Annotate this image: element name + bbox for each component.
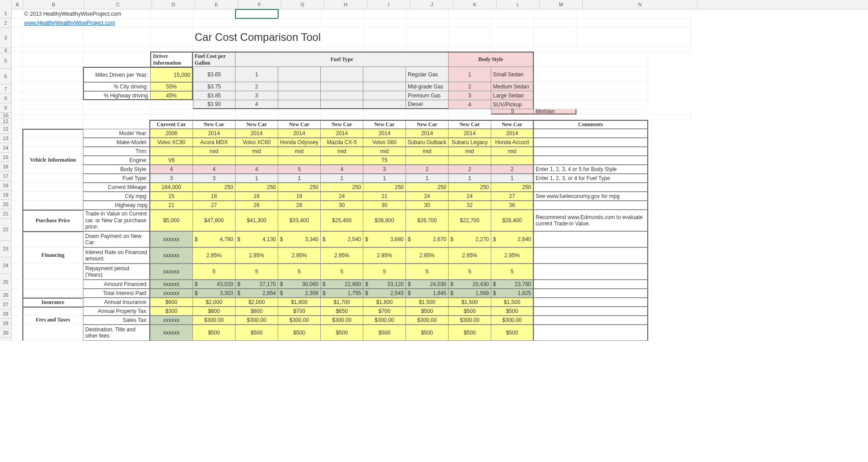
- car-5-en[interactable]: T5: [363, 156, 406, 165]
- row-header-10[interactable]: 10: [0, 113, 11, 119]
- car-4-dp[interactable]: $2,540: [321, 231, 363, 247]
- car-6-bs[interactable]: 2: [406, 165, 449, 174]
- col-header-I[interactable]: I: [367, 0, 410, 9]
- car-1-ti[interactable]: $3,303: [193, 289, 236, 298]
- car-3-ft[interactable]: 1: [278, 174, 321, 183]
- cell[interactable]: [22, 120, 83, 129]
- cell[interactable]: [363, 47, 406, 52]
- cell[interactable]: [406, 27, 449, 47]
- cell[interactable]: [11, 129, 22, 138]
- row-header-23[interactable]: 23: [0, 241, 11, 257]
- cell[interactable]: [236, 109, 278, 114]
- cell[interactable]: [363, 100, 406, 109]
- cell[interactable]: [150, 18, 193, 27]
- car-0-st[interactable]: xxxxxx: [150, 316, 193, 325]
- car-6-st[interactable]: $300.00: [406, 316, 449, 325]
- car-4-ir[interactable]: 2.95%: [321, 247, 363, 264]
- cell[interactable]: [22, 52, 83, 67]
- car-2-pp[interactable]: $41,300: [236, 210, 278, 231]
- car-1-dp[interactable]: $4,780: [193, 231, 236, 247]
- cell[interactable]: [449, 27, 491, 47]
- cell[interactable]: [576, 109, 691, 114]
- car-8-cm[interactable]: 250: [491, 183, 534, 192]
- select-all-corner[interactable]: [0, 0, 12, 9]
- car-1-rp[interactable]: 5: [193, 264, 236, 280]
- car-0-dt[interactable]: xxxxxx: [150, 325, 193, 341]
- col-header-C[interactable]: C: [84, 0, 152, 9]
- cell[interactable]: [406, 47, 449, 52]
- cell[interactable]: [11, 138, 22, 147]
- cell[interactable]: [193, 18, 236, 27]
- row-header-6[interactable]: 6: [0, 69, 11, 84]
- cell[interactable]: [406, 109, 449, 114]
- row-header-25[interactable]: 25: [0, 274, 11, 290]
- col-header-L[interactable]: L: [497, 0, 540, 9]
- row-header-27[interactable]: 27: [0, 300, 11, 309]
- car-3-tr[interactable]: mid: [278, 147, 321, 156]
- fuel-cost-0[interactable]: $3.65: [193, 67, 236, 82]
- cell[interactable]: [534, 27, 576, 47]
- car-2-bs[interactable]: 4: [236, 165, 278, 174]
- car-7-dp[interactable]: $2,270: [449, 231, 491, 247]
- car-8-apt[interactable]: $500: [491, 307, 534, 316]
- row-header-1[interactable]: 1: [0, 9, 11, 18]
- car-7-dt[interactable]: $500: [449, 325, 491, 341]
- row-header-5[interactable]: 5: [0, 53, 11, 69]
- row-header-19[interactable]: 19: [0, 190, 11, 200]
- cell[interactable]: [363, 9, 406, 18]
- cell[interactable]: [193, 47, 236, 52]
- car-8-ft[interactable]: 1: [491, 174, 534, 183]
- car-2-dp[interactable]: $4,130: [236, 231, 278, 247]
- cell[interactable]: [11, 47, 22, 52]
- car-6-cm[interactable]: 250: [406, 183, 449, 192]
- car-0-apt[interactable]: $300: [150, 307, 193, 316]
- car-6-af[interactable]: $24,030: [406, 280, 449, 289]
- car-7-bs[interactable]: 2: [449, 165, 491, 174]
- cell[interactable]: [321, 109, 363, 114]
- comment-st[interactable]: [534, 316, 648, 325]
- car-8-af[interactable]: $23,760: [491, 280, 534, 289]
- col-header-J[interactable]: J: [410, 0, 454, 9]
- cell[interactable]: [83, 47, 150, 52]
- car-6-dt[interactable]: $500: [406, 325, 449, 341]
- col-header-M[interactable]: M: [540, 0, 583, 9]
- selected-cell[interactable]: [236, 9, 278, 18]
- car-1-tr[interactable]: mid: [193, 147, 236, 156]
- car-3-apt[interactable]: $700: [278, 307, 321, 316]
- car-6-apt[interactable]: $500: [406, 307, 449, 316]
- cell[interactable]: [11, 210, 22, 231]
- row-header-3[interactable]: 3: [0, 28, 11, 48]
- row-header-29[interactable]: 29: [0, 319, 11, 328]
- row-header-2[interactable]: 2: [0, 18, 11, 28]
- car-3-mm[interactable]: Honda Odyssey: [278, 138, 321, 147]
- car-8-ti[interactable]: $1,825: [491, 289, 534, 298]
- car-3-ti[interactable]: $2,308: [278, 289, 321, 298]
- car-4-cmpg[interactable]: 24: [321, 192, 363, 201]
- col-header-E[interactable]: E: [195, 0, 238, 9]
- cell[interactable]: [278, 47, 321, 52]
- car-3-hmpg[interactable]: 28: [278, 201, 321, 210]
- cell[interactable]: [150, 47, 193, 52]
- cell[interactable]: [321, 82, 363, 91]
- row-header-7[interactable]: 7: [0, 84, 11, 94]
- car-8-en[interactable]: [491, 156, 534, 165]
- car-8-my[interactable]: 2014: [491, 129, 534, 138]
- cell[interactable]: [236, 18, 278, 27]
- car-0-tr[interactable]: [150, 147, 193, 156]
- cell[interactable]: [363, 91, 406, 100]
- car-2-ir[interactable]: 2.95%: [236, 247, 278, 264]
- car-4-bs[interactable]: 4: [321, 165, 363, 174]
- car-8-dp[interactable]: $2,640: [491, 231, 534, 247]
- car-1-dt[interactable]: $500: [193, 325, 236, 341]
- car-3-st[interactable]: $300.00: [278, 316, 321, 325]
- car-5-pp[interactable]: $36,800: [363, 210, 406, 231]
- car-6-en[interactable]: [406, 156, 449, 165]
- car-2-cmpg[interactable]: 18: [236, 192, 278, 201]
- car-2-my[interactable]: 2014: [236, 129, 278, 138]
- car-1-ft[interactable]: 3: [193, 174, 236, 183]
- car-5-mm[interactable]: Volvo S60: [363, 138, 406, 147]
- row-header-16[interactable]: 16: [0, 162, 11, 172]
- cell[interactable]: [11, 325, 22, 341]
- cell[interactable]: [83, 109, 150, 114]
- cell[interactable]: [534, 47, 576, 52]
